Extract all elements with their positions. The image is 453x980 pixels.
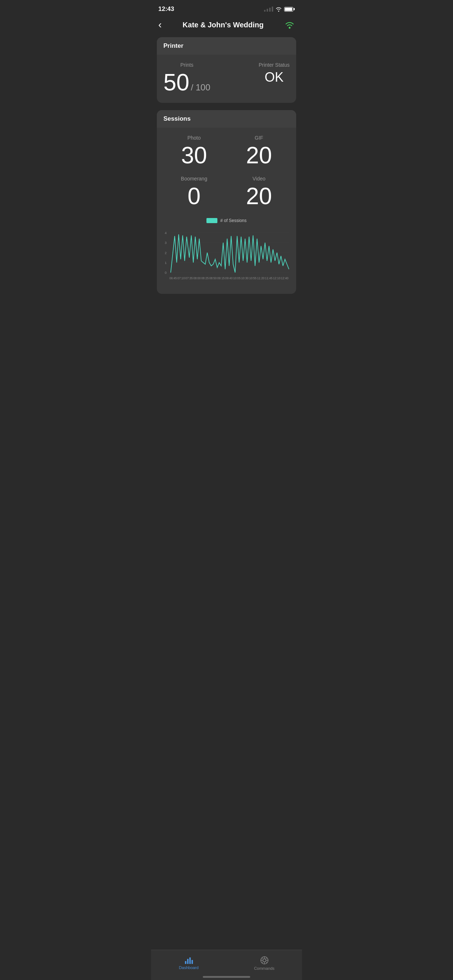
battery-icon (284, 7, 295, 12)
sessions-grid: Photo 30 GIF 20 Boomerang 0 Video 20 (163, 135, 290, 208)
svg-text:10:55: 10:55 (249, 277, 257, 280)
printer-status-value: OK (265, 71, 284, 84)
prints-value-row: 50 / 100 (163, 71, 211, 94)
prints-current: 50 (163, 71, 189, 94)
svg-text:07:10: 07:10 (177, 277, 185, 280)
svg-text:08:50: 08:50 (209, 277, 217, 280)
photo-value: 30 (181, 144, 207, 167)
boomerang-session: Boomerang 0 (163, 176, 225, 208)
sessions-card-body: Photo 30 GIF 20 Boomerang 0 Video 20 (157, 127, 296, 294)
boomerang-label: Boomerang (181, 176, 207, 181)
printer-status-stat: Printer Status OK (258, 62, 290, 84)
printer-card-body: Prints 50 / 100 Printer Status OK (157, 55, 296, 103)
gif-label: GIF (255, 135, 263, 141)
svg-text:4: 4 (165, 231, 167, 235)
back-button[interactable]: ‹ (158, 20, 161, 30)
svg-text:09:40: 09:40 (225, 277, 233, 280)
chart-legend: # of Sessions (163, 218, 290, 223)
video-value: 20 (246, 185, 272, 208)
printer-card-header: Printer (157, 37, 296, 55)
printer-card-title: Printer (163, 42, 183, 49)
legend-label: # of Sessions (220, 218, 247, 223)
prints-stat: Prints 50 / 100 (163, 62, 211, 94)
printer-card: Printer Prints 50 / 100 Printer Status O… (157, 37, 296, 103)
status-bar: 12:43 (151, 0, 302, 16)
svg-text:08:25: 08:25 (201, 277, 209, 280)
svg-text:10:30: 10:30 (241, 277, 249, 280)
sessions-chart: 4 3 2 1 0 06:45 07:10 07:35 (163, 227, 290, 285)
printer-status-label: Printer Status (258, 62, 290, 68)
video-label: Video (252, 176, 266, 181)
boomerang-value: 0 (187, 185, 201, 208)
wifi-status-icon (284, 21, 295, 29)
svg-text:3: 3 (165, 241, 167, 245)
prints-label: Prints (180, 62, 193, 68)
svg-text:06:45: 06:45 (169, 277, 177, 280)
wifi-icon (275, 6, 282, 12)
content-area: Printer Prints 50 / 100 Printer Status O… (151, 37, 302, 337)
svg-text:11:45: 11:45 (265, 277, 273, 280)
sessions-card-header: Sessions (157, 110, 296, 127)
photo-label: Photo (187, 135, 201, 141)
svg-text:08:00: 08:00 (193, 277, 201, 280)
svg-text:11:20: 11:20 (257, 277, 265, 280)
sessions-card: Sessions Photo 30 GIF 20 Boomerang 0 Vid… (157, 110, 296, 294)
prints-denom: / 100 (191, 83, 210, 92)
svg-text:1: 1 (165, 261, 167, 265)
svg-text:12:40: 12:40 (281, 277, 289, 280)
chart-svg: 4 3 2 1 0 06:45 07:10 07:35 (163, 227, 290, 285)
svg-text:2: 2 (165, 251, 167, 255)
status-time: 12:43 (158, 5, 174, 13)
photo-session: Photo 30 (163, 135, 225, 167)
printer-stats: Prints 50 / 100 Printer Status OK (163, 62, 290, 94)
video-session: Video 20 (228, 176, 290, 208)
gif-value: 20 (246, 144, 272, 167)
signal-icon (264, 6, 273, 12)
svg-text:0: 0 (165, 271, 167, 275)
svg-point-0 (289, 27, 290, 29)
sessions-card-title: Sessions (163, 115, 191, 122)
svg-text:09:15: 09:15 (217, 277, 225, 280)
svg-text:12:10: 12:10 (273, 277, 281, 280)
page-title: Kate & John's Wedding (183, 21, 264, 29)
header: ‹ Kate & John's Wedding (151, 16, 302, 37)
legend-color-swatch (206, 218, 217, 223)
gif-session: GIF 20 (228, 135, 290, 167)
svg-text:07:35: 07:35 (185, 277, 193, 280)
svg-text:10:05: 10:05 (233, 277, 241, 280)
status-icons (264, 6, 295, 12)
